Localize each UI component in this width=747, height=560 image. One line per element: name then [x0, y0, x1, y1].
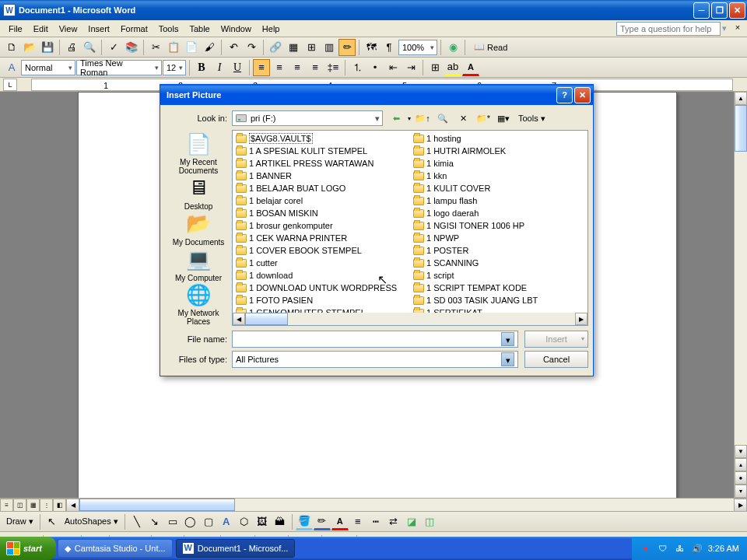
font-combo[interactable]: Times New Roman — [76, 60, 162, 75]
spelling-button[interactable]: ✓ — [105, 39, 122, 56]
undo-button[interactable]: ↶ — [225, 39, 242, 56]
draw-menu[interactable]: Draw ▾ — [3, 516, 37, 527]
file-list-area[interactable]: $AVG8.VAULT$1 A SPESIAL KULIT STEMPEL1 A… — [232, 130, 588, 326]
place-mydocs[interactable]: 📂My Documents — [168, 211, 229, 247]
folder-item[interactable]: 1 ARTIKEL PRESS WARTAWAN — [236, 157, 407, 170]
align-right-button[interactable]: ≡ — [289, 59, 306, 76]
folder-item[interactable]: 1 POSTER — [413, 244, 584, 257]
file-scroll-thumb[interactable] — [245, 313, 288, 325]
folder-item[interactable]: 1 NPWP — [413, 232, 584, 244]
dash-style-button[interactable]: ┅ — [367, 513, 384, 530]
cancel-button[interactable]: Cancel — [524, 351, 588, 368]
folder-item[interactable]: 1 belajar corel — [236, 194, 407, 207]
taskbar-item-camtasia[interactable]: ◆ Camtasia Studio - Unt... — [58, 539, 173, 558]
back-dropdown[interactable]: ▾ — [408, 115, 411, 122]
folder-item[interactable]: 1 CEK WARNA PRINTER — [236, 232, 407, 244]
menu-edit[interactable]: Edit — [28, 23, 54, 35]
dialog-help-button[interactable]: ? — [556, 87, 573, 103]
oval-tool[interactable]: ◯ — [182, 513, 199, 530]
align-justify-button[interactable]: ≡ — [307, 59, 324, 76]
italic-button[interactable]: I — [211, 59, 228, 76]
line-style-button[interactable]: ≡ — [349, 513, 366, 530]
highlight-button[interactable]: ab — [444, 59, 461, 76]
tray-volume-icon[interactable]: 🔊 — [691, 542, 703, 555]
prev-page-button[interactable]: ▴ — [735, 458, 747, 471]
filename-field[interactable] — [232, 331, 518, 348]
line-spacing-button[interactable]: ‡≡ — [324, 59, 342, 76]
folder-item[interactable]: 1 script — [413, 269, 584, 282]
folder-item[interactable]: 1 cutter — [236, 257, 407, 269]
folder-item[interactable]: 1 A SPESIAL KULIT STEMPEL — [236, 145, 407, 157]
textbox-tool[interactable]: ▢ — [200, 513, 217, 530]
doc-map-button[interactable]: 🗺 — [363, 39, 380, 56]
diagram-button[interactable]: ⬡ — [236, 513, 253, 530]
show-hide-button[interactable]: ¶ — [381, 39, 398, 56]
place-desktop[interactable]: 🖥Desktop — [168, 175, 229, 211]
menu-file[interactable]: File — [3, 23, 28, 35]
filetype-combo[interactable]: All Pictures — [232, 351, 518, 368]
file-scroll-left[interactable]: ◀ — [233, 313, 245, 325]
taskbar-item-word[interactable]: W Document1 - Microsof... — [176, 539, 296, 558]
folder-item[interactable]: $AVG8.VAULT$ — [236, 132, 407, 145]
menu-window[interactable]: Window — [216, 23, 257, 35]
print-button[interactable]: 🖨 — [63, 39, 80, 56]
borders-button[interactable]: ⊞ — [426, 59, 444, 76]
folder-item[interactable]: 1 lampu flash — [413, 194, 584, 207]
wordart-button[interactable]: A — [218, 513, 235, 530]
paste-button[interactable]: 📄 — [183, 39, 200, 56]
scroll-down-button[interactable]: ▼ — [735, 445, 747, 458]
bold-button[interactable]: B — [193, 59, 210, 76]
tab-selector[interactable]: L — [3, 79, 17, 91]
back-button[interactable]: ⬅ — [388, 110, 405, 127]
folder-item[interactable]: 1 SD 003 TASIK JUANG LBT — [413, 294, 584, 306]
tray-recording-icon[interactable]: ● — [640, 542, 652, 555]
align-left-button[interactable]: ≡ — [253, 59, 270, 76]
place-mycomputer[interactable]: 💻My Computer — [168, 247, 229, 282]
scroll-thumb-v[interactable] — [735, 105, 747, 152]
font-color-button[interactable]: A — [462, 59, 479, 76]
insert-picture-button[interactable]: 🏔 — [272, 513, 289, 530]
minimize-button[interactable]: ─ — [693, 2, 710, 19]
vertical-scrollbar[interactable]: ▲ ▼ ▴ ● ▾ — [734, 92, 747, 498]
cut-button[interactable]: ✂ — [147, 39, 164, 56]
folder-item[interactable]: 1 logo daerah — [413, 207, 584, 219]
bullets-button[interactable]: • — [366, 59, 384, 76]
folder-item[interactable]: 1 kkn — [413, 170, 584, 182]
read-button[interactable]: 📖Read — [468, 39, 513, 56]
help-close-button[interactable]: × — [731, 23, 744, 35]
tray-clock[interactable]: 3:26 AM — [708, 544, 739, 553]
styles-pane-button[interactable]: A — [3, 59, 20, 76]
underline-button[interactable]: U — [229, 59, 246, 76]
format-painter-button[interactable]: 🖌 — [201, 39, 218, 56]
align-center-button[interactable]: ≡ — [271, 59, 288, 76]
folder-item[interactable]: 1 KULIT COVER — [413, 182, 584, 194]
tables-borders-button[interactable]: ▦ — [285, 39, 302, 56]
menu-help[interactable]: Help — [257, 23, 286, 35]
select-objects-button[interactable]: ↖ — [44, 513, 61, 530]
new-folder-button[interactable]: 📁* — [475, 110, 492, 127]
folder-item[interactable]: 1 SCANNING — [413, 257, 584, 269]
copy-button[interactable]: 📋 — [165, 39, 182, 56]
hyperlink-button[interactable]: 🔗 — [267, 39, 284, 56]
shadow-button[interactable]: ◪ — [403, 513, 420, 530]
search-web-button[interactable]: 🔍 — [434, 110, 451, 127]
web-view-button[interactable]: ◫ — [13, 499, 26, 512]
file-scroll-right[interactable]: ▶ — [575, 313, 587, 325]
dialog-close-button[interactable]: ✕ — [574, 87, 591, 103]
tray-shield-icon[interactable]: 🛡 — [657, 542, 669, 555]
scroll-up-button[interactable]: ▲ — [735, 92, 747, 105]
folder-item[interactable]: 1 download — [236, 269, 407, 282]
line-color-button[interactable]: ✏ — [314, 513, 331, 530]
folder-item[interactable]: 1 HUTRI AIRMOLEK — [413, 145, 584, 157]
numbering-button[interactable]: ⒈ — [349, 59, 366, 76]
folder-item[interactable]: 1 COVER EBOOK STEMPEL — [236, 244, 407, 257]
scroll-left-button[interactable]: ◀ — [66, 499, 79, 512]
menu-tools[interactable]: Tools — [153, 23, 184, 35]
folder-item[interactable]: 1 DOWNLOAD UNTUK WORDPRESS — [236, 282, 407, 294]
font-size-combo[interactable]: 12 — [163, 60, 186, 75]
fill-color-button[interactable]: 🪣 — [296, 513, 313, 530]
folder-item[interactable]: 1 kimia — [413, 157, 584, 170]
dialog-titlebar[interactable]: Insert Picture ? ✕ — [160, 85, 593, 105]
menu-format[interactable]: Format — [115, 23, 153, 35]
scroll-thumb-h[interactable] — [79, 499, 235, 511]
